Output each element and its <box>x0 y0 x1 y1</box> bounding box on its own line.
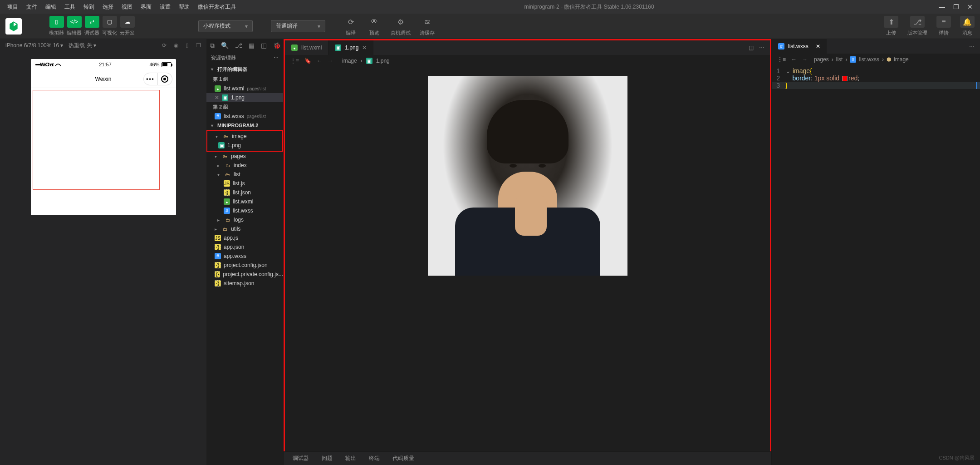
page-content <box>31 88 176 215</box>
back-icon[interactable]: ← <box>791 56 797 63</box>
bc-file[interactable]: list.wxss <box>859 56 879 63</box>
upload-button[interactable]: ⬆上传 <box>884 16 898 36</box>
visual-button[interactable]: ▢可视化 <box>102 16 117 36</box>
menu-bar: 项目 文件 编辑 工具 转到 选择 视图 界面 设置 帮助 微信开发者工具 <box>4 1 240 13</box>
panel-quality[interactable]: 代码质量 <box>392 455 414 462</box>
refresh-icon[interactable]: ⟳ <box>162 42 167 49</box>
forward-icon[interactable]: → <box>328 58 333 64</box>
menu-view[interactable]: 视图 <box>118 1 136 13</box>
search-icon[interactable]: 🔍 <box>221 42 229 49</box>
folder-utils[interactable]: ▸🗀utils <box>206 224 283 233</box>
breadcrumb-image[interactable]: image <box>342 58 357 64</box>
open-file-list-wxml[interactable]: ⬥list.wxml pages\list <box>206 84 283 93</box>
popout-icon[interactable]: ❐ <box>196 42 201 49</box>
menu-tools[interactable]: 工具 <box>61 1 79 13</box>
list-icon[interactable]: ⋮≡ <box>777 56 786 63</box>
hotreload-label[interactable]: 热重载 关 ▾ <box>69 42 96 49</box>
remote-debug-button[interactable]: ⚙真机调试 <box>391 16 411 36</box>
bc-selector[interactable]: image <box>894 56 909 63</box>
breadcrumb-file[interactable]: 1.png <box>376 58 390 64</box>
compile-select[interactable]: 普通编译▾ <box>271 20 325 32</box>
panel-terminal[interactable]: 终端 <box>369 455 380 462</box>
tab-list-wxml[interactable]: ⬥list.wxml <box>285 40 328 55</box>
close-icon[interactable]: ✕ <box>967 3 973 10</box>
back-icon[interactable]: ← <box>317 58 322 64</box>
file-sitemap[interactable]: {}sitemap.json <box>206 279 283 288</box>
image-viewer <box>285 67 770 464</box>
window-title: miniprogram-2 - 微信开发者工具 Stable 1.06.2301… <box>240 3 939 11</box>
status-bar: ••••• WeChat 21:57 46% <box>31 59 176 70</box>
menu-devtools[interactable]: 微信开发者工具 <box>194 1 240 13</box>
bookmark-icon[interactable]: 🔖 <box>304 58 311 64</box>
cloud-button[interactable]: ☁云开发 <box>120 16 135 36</box>
menu-select[interactable]: 选择 <box>99 1 117 13</box>
extension-icon[interactable]: ▦ <box>249 42 255 49</box>
file-app-wxss[interactable]: #app.wxss <box>206 252 283 261</box>
menu-help[interactable]: 帮助 <box>175 1 193 13</box>
bug-icon[interactable]: 🐞 <box>273 42 281 49</box>
files-icon[interactable]: ⧉ <box>210 42 215 49</box>
panel-output[interactable]: 输出 <box>345 455 356 462</box>
debugger-button[interactable]: ⇄调试器 <box>84 16 99 36</box>
folder-logs[interactable]: ▸🗀logs <box>206 215 283 224</box>
compile-button[interactable]: ⟳编译 <box>343 16 358 36</box>
open-editors-section[interactable]: ▾打开的编辑器 <box>206 64 283 74</box>
window-controls: — ❐ ✕ <box>939 3 976 10</box>
tab-close-icon[interactable]: ✕ <box>816 43 820 49</box>
folder-pages[interactable]: ▾🗁pages <box>206 152 283 161</box>
open-file-1-png[interactable]: ✕▣1.png <box>206 93 283 102</box>
file-app-json[interactable]: {}app.json <box>206 242 283 252</box>
mode-select[interactable]: 小程序模式▾ <box>198 20 253 32</box>
file-project-private[interactable]: {}project.private.config.js... <box>206 270 283 279</box>
file-app-js[interactable]: JSapp.js <box>206 233 283 242</box>
preview-button[interactable]: 👁预览 <box>367 16 382 36</box>
bc-list[interactable]: list <box>836 56 843 63</box>
menu-edit[interactable]: 编辑 <box>42 1 60 13</box>
panel-debugger[interactable]: 调试器 <box>293 455 309 462</box>
tab-1-png[interactable]: ▣1.png✕ <box>328 40 373 55</box>
open-file-list-wxss[interactable]: #list.wxss pages\list <box>206 112 283 121</box>
file-1-png[interactable]: ▣1.png <box>207 141 282 150</box>
file-list-wxml[interactable]: ⬥list.wxml <box>206 197 283 206</box>
more-icon[interactable]: ⋯ <box>969 43 975 49</box>
simulator-button[interactable]: ▯模拟器 <box>49 16 64 36</box>
tab-list-wxss[interactable]: #list.wxss✕ <box>772 39 827 54</box>
bc-pages[interactable]: pages <box>814 56 829 63</box>
menu-goto[interactable]: 转到 <box>80 1 98 13</box>
record-icon[interactable]: ◉ <box>174 42 178 49</box>
file-list-js[interactable]: JSlist.js <box>206 179 283 188</box>
editor-button[interactable]: </>编辑器 <box>67 16 82 36</box>
folder-list[interactable]: ▾🗁list <box>206 170 283 179</box>
branch-icon[interactable]: ⎇ <box>235 42 242 49</box>
capsule-menu-icon[interactable]: ••• <box>143 73 158 85</box>
messages-button[interactable]: 🔔消息 <box>960 16 975 36</box>
capsule-close-icon[interactable] <box>158 73 172 85</box>
split-icon[interactable]: ◫ <box>749 45 754 51</box>
forward-icon[interactable]: → <box>802 56 808 63</box>
file-list-wxss[interactable]: #list.wxss <box>206 206 283 215</box>
bookmark-icon[interactable]: ◫ <box>261 42 267 49</box>
phone-icon[interactable]: ▯ <box>186 42 189 49</box>
version-button[interactable]: ⎇版本管理 <box>907 16 927 36</box>
explorer-title: 资源管理器 <box>211 54 236 61</box>
minimize-icon[interactable]: — <box>939 3 945 10</box>
tab-close-icon[interactable]: ✕ <box>362 45 367 51</box>
more-icon[interactable]: ⋯ <box>759 45 764 51</box>
menu-settings[interactable]: 设置 <box>156 1 174 13</box>
menu-project[interactable]: 项目 <box>4 1 22 13</box>
folder-index[interactable]: ▸🗀index <box>206 161 283 170</box>
menu-ui[interactable]: 界面 <box>137 1 155 13</box>
code-editor[interactable]: 1⌄ image{ 2 border: 1px solid red; 3} <box>772 65 980 465</box>
file-project-config[interactable]: {}project.config.json <box>206 261 283 270</box>
folder-image[interactable]: ▾🗁image <box>207 132 282 141</box>
more-icon[interactable]: ⋯ <box>274 55 279 61</box>
menu-file[interactable]: 文件 <box>23 1 41 13</box>
maximize-icon[interactable]: ❐ <box>953 3 959 10</box>
panel-problems[interactable]: 问题 <box>322 455 333 462</box>
file-list-json[interactable]: {}list.json <box>206 188 283 197</box>
details-button[interactable]: ≡详情 <box>936 16 951 36</box>
list-icon[interactable]: ⋮≡ <box>290 58 299 64</box>
project-section[interactable]: ▾MINIPROGRAM-2 <box>206 121 283 130</box>
device-label[interactable]: iPhone 6/7/8 100% 16 ▾ <box>5 42 63 49</box>
clear-cache-button[interactable]: ≋清缓存 <box>420 16 435 36</box>
